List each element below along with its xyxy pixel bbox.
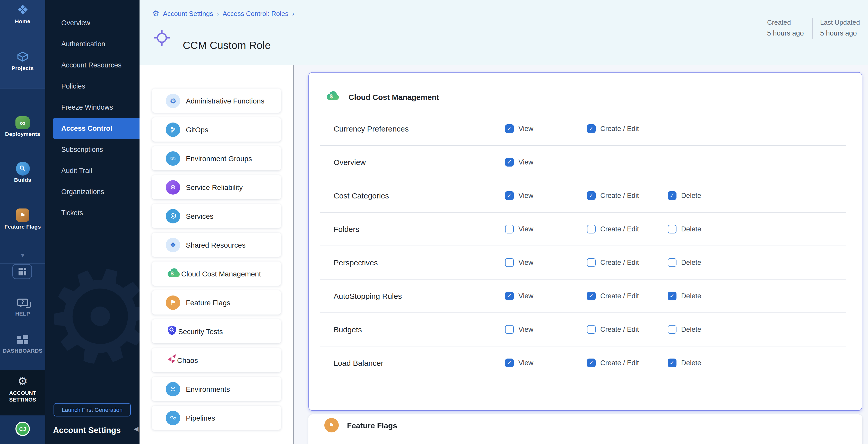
resource-card-label: Services xyxy=(186,212,213,220)
checkbox-unchecked[interactable] xyxy=(587,258,596,267)
resource-card-chaos[interactable]: Chaos xyxy=(152,348,281,372)
perm-view[interactable]: ✓View xyxy=(505,124,533,133)
perm-create-edit[interactable]: ✓Create / Edit xyxy=(587,124,639,133)
resource-card-environment-groups[interactable]: Environment Groups xyxy=(152,146,281,170)
sidebar-item-freeze-windows[interactable]: Freeze Windows xyxy=(45,97,140,118)
permission-row-label: Cost Categories xyxy=(334,191,389,200)
checkbox-checked[interactable]: ✓ xyxy=(668,191,677,200)
checkbox-checked[interactable]: ✓ xyxy=(505,191,514,200)
nav-feature-flags[interactable]: ⚑ Feature Flags xyxy=(0,208,45,230)
rail-divider xyxy=(0,89,45,89)
nav-account-settings[interactable]: ⚙ ACCOUNT SETTINGS xyxy=(0,374,45,403)
resource-card-administrative-functions[interactable]: ⚙Administrative Functions xyxy=(152,89,281,113)
admin-icon: ⚙ xyxy=(166,93,186,108)
chevron-down-icon[interactable]: ▼ xyxy=(0,252,45,258)
checkbox-unchecked[interactable] xyxy=(668,224,677,233)
sidebar-item-subscriptions[interactable]: Subscriptions xyxy=(45,139,140,160)
sidebar-item-account-resources[interactable]: Account Resources xyxy=(45,55,140,76)
checkbox-checked[interactable]: ✓ xyxy=(505,158,514,166)
user-avatar[interactable]: CJ xyxy=(0,422,45,436)
sidebar-item-organizations[interactable]: Organizations xyxy=(45,181,140,202)
checkbox-unchecked[interactable] xyxy=(505,258,514,267)
perm-label: Create / Edit xyxy=(600,325,639,333)
perm-delete[interactable]: Delete xyxy=(668,258,701,267)
perm-delete[interactable]: ✓Delete xyxy=(668,291,701,300)
avatar[interactable]: CJ xyxy=(16,422,30,436)
resource-card-services[interactable]: Services xyxy=(152,204,281,228)
sidebar-item-overview[interactable]: Overview xyxy=(45,12,140,33)
perm-label: View xyxy=(519,225,533,233)
sidebar-item-policies[interactable]: Policies xyxy=(45,76,140,97)
launch-first-generation-button[interactable]: Launch First Generation xyxy=(54,403,131,416)
collapse-sidebar-icon[interactable]: ◀ xyxy=(134,425,138,433)
perm-create-edit[interactable]: Create / Edit xyxy=(587,325,639,334)
role-crosshair-icon xyxy=(153,29,170,49)
resource-card-label: Security Tests xyxy=(178,327,223,336)
perm-view[interactable]: ✓View xyxy=(505,358,533,367)
permission-row-label: Load Balancer xyxy=(334,358,383,367)
checkbox-unchecked[interactable] xyxy=(587,224,596,233)
nav-projects[interactable]: Projects xyxy=(0,50,45,71)
nav-dashboards[interactable]: DASHBOARDS xyxy=(0,332,45,354)
checkbox-checked[interactable]: ✓ xyxy=(668,291,677,300)
settings-menu: OverviewAuthenticationAccount ResourcesP… xyxy=(45,12,140,223)
panel-header: $ Cloud Cost Management xyxy=(325,88,439,105)
perm-delete[interactable]: Delete xyxy=(668,224,701,233)
breadcrumb-access-control-roles[interactable]: Access Control: Roles xyxy=(223,9,288,17)
perm-view[interactable]: View xyxy=(505,325,533,334)
perm-create-edit[interactable]: ✓Create / Edit xyxy=(587,191,639,200)
perm-view[interactable]: ✓View xyxy=(505,158,533,166)
envgroups-icon xyxy=(166,151,186,165)
sidebar-item-tickets[interactable]: Tickets xyxy=(45,202,140,223)
perm-create-edit[interactable]: ✓Create / Edit xyxy=(587,358,639,367)
resource-card-service-reliability[interactable]: Service Reliability xyxy=(152,175,281,199)
resource-card-security-tests[interactable]: Security Tests xyxy=(152,319,281,343)
resource-card-label: Chaos xyxy=(177,356,198,364)
checkbox-unchecked[interactable] xyxy=(587,325,596,334)
resource-card-feature-flags[interactable]: ⚑Feature Flags xyxy=(152,290,281,315)
checkbox-checked[interactable]: ✓ xyxy=(505,358,514,367)
perm-delete[interactable]: Delete xyxy=(668,325,701,334)
perm-create-edit[interactable]: Create / Edit xyxy=(587,224,639,233)
checkbox-checked[interactable]: ✓ xyxy=(668,358,677,367)
perm-delete[interactable]: ✓Delete xyxy=(668,191,701,200)
perm-view[interactable]: View xyxy=(505,258,533,267)
checkbox-unchecked[interactable] xyxy=(668,258,677,267)
sidebar-item-access-control[interactable]: Access Control xyxy=(53,118,140,139)
sidebar-item-audit-trail[interactable]: Audit Trail xyxy=(45,160,140,181)
deployments-icon: ∞ xyxy=(0,115,45,130)
perm-delete[interactable]: ✓Delete xyxy=(668,358,701,367)
perm-view[interactable]: View xyxy=(505,224,533,233)
perm-create-edit[interactable]: Create / Edit xyxy=(587,258,639,267)
resource-card-pipelines[interactable]: Pipelines xyxy=(152,406,281,430)
checkbox-unchecked[interactable] xyxy=(505,224,514,233)
panel-title: Cloud Cost Management xyxy=(348,92,439,101)
resource-card-environments[interactable]: Environments xyxy=(152,377,281,401)
checkbox-checked[interactable]: ✓ xyxy=(505,124,514,133)
resource-card-gitops[interactable]: GitOps xyxy=(152,117,281,141)
nav-help[interactable]: ? HELP xyxy=(0,295,45,317)
checkbox-checked[interactable]: ✓ xyxy=(587,124,596,133)
checkbox-checked[interactable]: ✓ xyxy=(505,291,514,300)
nav-deployments[interactable]: ∞ Deployments xyxy=(0,115,45,137)
perm-view[interactable]: ✓View xyxy=(505,191,533,200)
checkbox-unchecked[interactable] xyxy=(668,325,677,334)
resource-card-label: Shared Resources xyxy=(186,241,246,249)
gear-watermark-icon: ⚙ xyxy=(45,241,140,394)
resource-card-cloud-cost-management[interactable]: $Cloud Cost Management xyxy=(152,261,281,286)
page-header: ⚙ Account Settings › Access Control: Rol… xyxy=(140,0,868,65)
perm-view[interactable]: ✓View xyxy=(505,291,533,300)
perm-create-edit[interactable]: ✓Create / Edit xyxy=(587,291,639,300)
sidebar-item-authentication[interactable]: Authentication xyxy=(45,33,140,55)
module-grid-button[interactable] xyxy=(12,264,32,279)
resource-card-shared-resources[interactable]: ❖Shared Resources xyxy=(152,233,281,257)
checkbox-checked[interactable]: ✓ xyxy=(587,191,596,200)
checkbox-checked[interactable]: ✓ xyxy=(587,291,596,300)
nav-builds[interactable]: Builds xyxy=(0,161,45,183)
nav-home[interactable]: ❖ Home xyxy=(0,3,45,24)
svg-text:$: $ xyxy=(330,93,333,99)
checkbox-unchecked[interactable] xyxy=(505,325,514,334)
permission-row-load-balancer: Load Balancer✓View✓Create / Edit✓Delete xyxy=(309,346,862,379)
breadcrumb-account-settings[interactable]: Account Settings xyxy=(163,9,213,17)
checkbox-checked[interactable]: ✓ xyxy=(587,358,596,367)
